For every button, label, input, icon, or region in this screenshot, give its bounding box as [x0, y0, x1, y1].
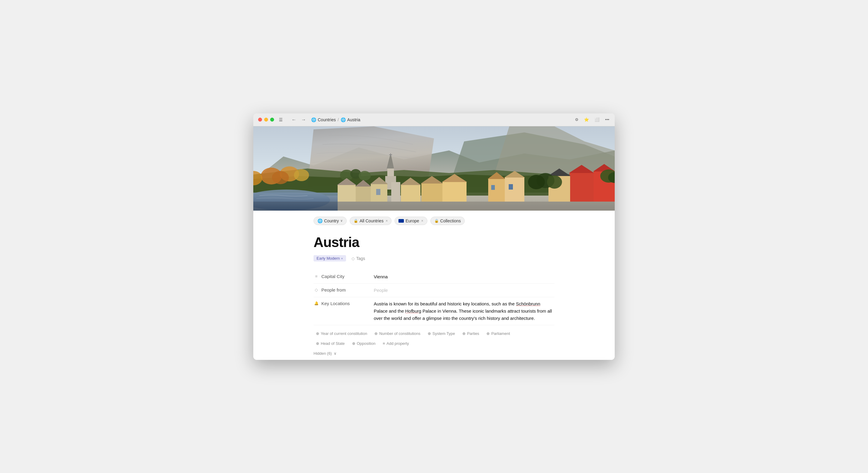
people-from-row: ◇ People from People: [313, 284, 555, 297]
add-tags-button[interactable]: ◇ Tags: [349, 255, 368, 262]
svg-rect-34: [442, 182, 467, 202]
hidden-chevron-icon: ∨: [334, 351, 337, 356]
forward-button[interactable]: →: [300, 116, 308, 123]
hidden-label: Hidden (6): [313, 351, 332, 356]
mountain-svg: [253, 126, 615, 211]
collections-pill[interactable]: 🔒 Collections: [430, 217, 465, 225]
svg-rect-39: [505, 177, 524, 202]
system-type-label: System Type: [433, 331, 455, 336]
country-pill-icon: 🌐: [317, 218, 322, 223]
system-type-icon: ⊕: [428, 331, 431, 336]
country-chevron-icon: ∨: [340, 219, 343, 223]
breadcrumb-separator: /: [338, 117, 339, 122]
head-of-state-label: Head of State: [321, 341, 345, 346]
svg-rect-32: [421, 183, 442, 202]
settings-icon[interactable]: ⚙: [575, 117, 579, 123]
add-property-label: Add property: [386, 341, 409, 346]
parties-label: Parties: [467, 331, 479, 336]
globe-icon-collections: 🌐: [311, 117, 316, 122]
close-button[interactable]: [258, 117, 262, 122]
svg-point-9: [272, 171, 289, 184]
svg-rect-36: [488, 179, 505, 202]
nav-controls: ← →: [290, 116, 308, 123]
collapsed-properties-2: ⊕ Head of State ⊕ Opposition ≡ Add prope…: [313, 340, 555, 347]
browser-window: ☰ ← → 🌐 Countries / 🌐 Austria ⚙ ⭐ ⬜: [253, 113, 615, 360]
hero-scene: [253, 126, 615, 211]
people-from-label: ◇ People from: [313, 287, 374, 293]
collections-label: Collections: [440, 218, 461, 223]
add-property-button[interactable]: ≡ Add property: [380, 340, 411, 347]
europe-close[interactable]: ×: [421, 219, 424, 223]
parties-prop[interactable]: ⊕ Parties: [460, 330, 482, 337]
opposition-icon: ⊕: [352, 341, 355, 346]
capital-city-icon: ≡: [313, 274, 319, 279]
svg-rect-41: [509, 184, 513, 190]
country-pill[interactable]: 🌐 Country ∨: [313, 217, 347, 225]
add-property-icon: ≡: [383, 341, 385, 346]
tag-icon: ◇: [351, 256, 355, 261]
key-locations-row: 🔔 Key Locations Austria is known for its…: [313, 297, 555, 325]
content-area: 🌐 Country ∨ 🔒 All Countries × Europe × 🔒…: [253, 126, 615, 360]
opposition-prop[interactable]: ⊕ Opposition: [350, 340, 378, 347]
page-title: Austria: [313, 234, 555, 250]
europe-pill[interactable]: Europe ×: [395, 217, 427, 225]
toolbar-right: ⚙ ⭐ ⬜ •••: [575, 117, 610, 123]
opposition-label: Opposition: [357, 341, 376, 346]
num-constitutions-prop[interactable]: ⊕ Number of constitutions: [372, 330, 423, 337]
parliament-prop[interactable]: ⊕ Parliament: [484, 330, 512, 337]
bookmark-icon[interactable]: ⭐: [583, 117, 590, 123]
hidden-toggle[interactable]: Hidden (6) ∨: [313, 350, 555, 357]
year-constitution-icon: ⊕: [316, 331, 319, 336]
all-countries-lock-icon: 🔒: [353, 219, 358, 223]
svg-point-51: [528, 175, 545, 189]
all-countries-close[interactable]: ×: [385, 219, 388, 223]
globe-icon-page: 🌐: [341, 117, 346, 122]
svg-point-50: [547, 175, 562, 189]
tag-close-icon[interactable]: ×: [341, 257, 343, 260]
maximize-button[interactable]: [270, 117, 274, 122]
back-button[interactable]: ←: [290, 116, 298, 123]
year-constitution-prop[interactable]: ⊕ Year of current constitution: [313, 330, 370, 337]
breadcrumb: 🌐 Countries / 🌐 Austria: [311, 117, 360, 122]
hofburg-link[interactable]: Hofburg: [405, 308, 421, 313]
breadcrumb-page[interactable]: 🌐 Austria: [341, 117, 361, 122]
svg-rect-29: [391, 182, 400, 202]
svg-rect-42: [569, 173, 594, 202]
people-from-label-text: People from: [321, 288, 346, 293]
breadcrumb-collections[interactable]: 🌐 Countries: [311, 117, 336, 122]
head-of-state-prop[interactable]: ⊕ Head of State: [313, 340, 347, 347]
all-countries-pill[interactable]: 🔒 All Countries ×: [350, 217, 392, 225]
year-constitution-label: Year of current constitution: [321, 331, 367, 336]
people-from-icon: ◇: [313, 288, 319, 292]
system-type-prop[interactable]: ⊕ System Type: [425, 330, 458, 337]
capital-city-label: ≡ Capital City: [313, 273, 374, 279]
tag-label: Early Modern: [316, 256, 340, 261]
svg-rect-54: [253, 202, 615, 211]
key-locations-value[interactable]: Austria is known for its beautiful and h…: [374, 300, 555, 322]
properties-table: ≡ Capital City Vienna ◇ People from Peop…: [313, 270, 555, 325]
minimize-button[interactable]: [264, 117, 268, 122]
schonbrunn-link[interactable]: Schönbrunn: [516, 301, 540, 306]
num-constitutions-icon: ⊕: [374, 331, 378, 336]
early-modern-tag[interactable]: Early Modern ×: [313, 255, 346, 262]
split-view-icon[interactable]: ⬜: [594, 117, 600, 123]
parties-icon: ⊕: [462, 331, 466, 336]
svg-rect-38: [491, 185, 495, 190]
collapsed-properties: ⊕ Year of current constitution ⊕ Number …: [313, 330, 555, 337]
collections-lock-icon: 🔒: [434, 219, 439, 223]
svg-rect-24: [356, 187, 371, 202]
europe-flag-icon: [399, 219, 404, 223]
svg-rect-22: [338, 185, 356, 202]
hero-image: [253, 126, 615, 211]
people-from-value[interactable]: People: [374, 287, 555, 294]
menu-icon[interactable]: ☰: [278, 117, 284, 123]
capital-city-row: ≡ Capital City Vienna: [313, 270, 555, 284]
svg-point-14: [359, 171, 371, 180]
pills-row: 🌐 Country ∨ 🔒 All Countries × Europe × 🔒…: [253, 211, 615, 231]
svg-rect-28: [376, 189, 380, 195]
country-pill-label: Country: [324, 218, 339, 223]
more-options-icon[interactable]: •••: [604, 117, 610, 123]
capital-city-value[interactable]: Vienna: [374, 273, 555, 280]
key-locations-label-text: Key Locations: [321, 301, 350, 306]
page-breadcrumb-label: Austria: [347, 117, 361, 122]
